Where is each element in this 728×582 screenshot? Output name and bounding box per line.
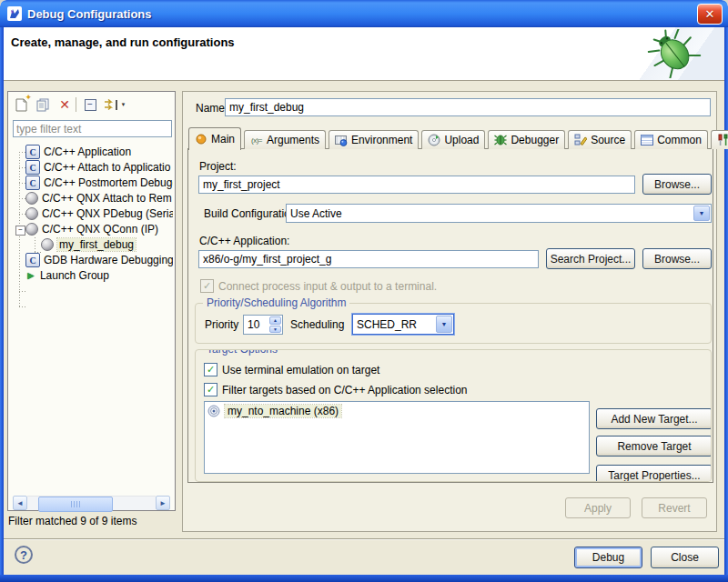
filter-launch-configurations-button[interactable]: ▼: [101, 96, 128, 113]
tab-upload[interactable]: Upload: [421, 130, 485, 149]
priority-scheduling-group: Priority/Scheduling Algorithm Priority 1…: [195, 303, 712, 344]
scheduling-select[interactable]: SCHED_RR ▼: [352, 314, 454, 335]
spin-up-icon[interactable]: ▲: [269, 316, 281, 325]
spin-down-icon[interactable]: ▼: [269, 326, 281, 334]
application-browse-button[interactable]: Browse...: [642, 248, 712, 269]
app-icon[interactable]: [7, 6, 22, 21]
terminal-emulation-checkbox[interactable]: ✓: [204, 363, 217, 376]
tree-item-gdb-hardware[interactable]: C GDB Hardware Debugging: [25, 253, 173, 267]
tree-item-launch-group[interactable]: ► Launch Group: [25, 268, 173, 283]
c-application-icon: C: [25, 253, 40, 267]
tab-arguments[interactable]: (x)= Arguments: [244, 130, 326, 149]
name-input[interactable]: [225, 98, 711, 116]
window-border-bottom: [0, 575, 728, 582]
collapse-expander-icon[interactable]: −: [15, 226, 25, 236]
delete-configuration-button[interactable]: ✕: [56, 96, 74, 113]
qnx-launch-icon: [25, 192, 38, 205]
target-properties-button[interactable]: Target Properties...: [596, 465, 712, 482]
add-new-target-button[interactable]: Add New Target...: [596, 408, 712, 429]
collapse-all-icon: −: [85, 99, 96, 111]
new-configuration-button[interactable]: ✦: [12, 96, 30, 113]
tree-connector: [19, 167, 25, 168]
terminal-emulation-label: Use terminal emulation on target: [222, 364, 379, 376]
tree-horizontal-scrollbar[interactable]: ◄ ►: [13, 496, 170, 510]
tree-connector: [19, 183, 25, 184]
build-configuration-label: Build Configuration: [204, 207, 296, 220]
priority-group-title: Priority/Scheduling Algorithm: [203, 296, 349, 309]
filter-icon: [104, 99, 119, 111]
chevron-down-icon[interactable]: ▼: [693, 206, 710, 221]
tree-item-cpp-application[interactable]: C C/C++ Application: [25, 145, 173, 159]
priority-label: Priority: [205, 318, 238, 331]
tree-connector: [19, 214, 25, 215]
tree-connector: [19, 198, 25, 199]
priority-spinner[interactable]: 10 ▲ ▼: [243, 315, 283, 335]
filter-input[interactable]: [13, 120, 172, 137]
close-button[interactable]: ✕: [697, 4, 723, 25]
help-button[interactable]: ?: [15, 546, 33, 564]
remove-target-button[interactable]: Remove Target: [596, 436, 712, 457]
close-dialog-button[interactable]: Close: [651, 547, 719, 568]
common-tab-icon: [641, 134, 653, 146]
tree-item-cpp-attach[interactable]: C C/C++ Attach to Applicatio: [25, 160, 173, 175]
tree-item-my-first-debug[interactable]: my_first_debug: [41, 237, 173, 252]
config-editor-panel: Name: Main (x)= Arguments Environment: [182, 91, 717, 532]
project-browse-button[interactable]: Browse...: [642, 174, 712, 195]
scrollbar-track[interactable]: [27, 496, 156, 510]
scroll-left-icon[interactable]: ◄: [13, 496, 27, 510]
target-options-group: Target Options ✓ Use terminal emulation …: [195, 349, 712, 482]
tab-environment[interactable]: Environment: [329, 130, 419, 149]
duplicate-configuration-button[interactable]: [34, 96, 52, 113]
arguments-tab-icon: (x)=: [250, 134, 263, 146]
project-input[interactable]: [198, 176, 635, 194]
qnx-launch-icon: [25, 223, 38, 236]
tree-item-cpp-postmortem[interactable]: C C/C++ Postmortem Debugg: [25, 176, 173, 190]
tree-connector: [19, 291, 25, 292]
chevron-down-icon[interactable]: ▼: [436, 316, 452, 333]
target-group-title: Target Options: [203, 349, 281, 356]
filter-targets-checkbox[interactable]: ✓: [204, 383, 217, 396]
debug-configurations-dialog: Debug Configurations ✕ Create, manage, a…: [0, 0, 728, 582]
cpp-application-label: C/C++ Application:: [199, 235, 289, 247]
scheduling-label: Scheduling: [290, 318, 344, 331]
toolbar-separator: [76, 97, 76, 112]
target-list[interactable]: my_nto_machine (x86): [204, 401, 590, 474]
tools-tab-icon: [717, 134, 728, 146]
tab-main[interactable]: Main: [188, 127, 241, 150]
button-bar-separator: [4, 538, 724, 539]
apply-button: Apply: [565, 497, 631, 518]
check-icon: ✓: [207, 384, 215, 396]
tab-source[interactable]: Source: [568, 130, 632, 149]
tab-tools[interactable]: Tools: [711, 130, 728, 149]
titlebar[interactable]: Debug Configurations ✕: [0, 0, 728, 27]
window-title: Debug Configurations: [27, 7, 152, 21]
debug-bug-image: [641, 29, 708, 78]
check-icon: ✓: [207, 364, 215, 376]
tree-connector: [19, 152, 25, 153]
cpp-application-input[interactable]: [198, 250, 539, 268]
tab-debugger[interactable]: Debugger: [488, 130, 565, 149]
debug-button[interactable]: Debug: [574, 547, 642, 568]
tree-item-qnx-attach[interactable]: C/C++ QNX Attach to Rem: [25, 191, 173, 206]
configurations-panel: ✦ ✕ − ▼ C C/C++ Application: [7, 91, 176, 511]
scroll-right-icon[interactable]: ►: [156, 496, 170, 510]
scrollbar-thumb[interactable]: [38, 497, 113, 512]
target-list-item[interactable]: my_nto_machine (x86): [207, 405, 341, 417]
target-icon: [207, 405, 220, 417]
banner-heading: Create, manage, and run configurations: [11, 35, 235, 49]
revert-button: Revert: [642, 497, 707, 518]
collapse-all-button[interactable]: −: [81, 96, 99, 113]
connect-terminal-label: Connect process input & output to a term…: [218, 280, 437, 293]
qnx-launch-icon: [25, 207, 38, 220]
tab-common[interactable]: Common: [634, 130, 708, 149]
filter-menu-caret-icon: ▼: [121, 102, 126, 107]
filter-status: Filter matched 9 of 9 items: [8, 515, 136, 527]
help-icon: ?: [20, 548, 27, 562]
c-application-icon: C: [25, 145, 40, 159]
tree-connector: [35, 237, 35, 252]
tree-item-qnx-qconn[interactable]: C/C++ QNX QConn (IP): [25, 222, 173, 236]
tree-item-qnx-pdebug[interactable]: C/C++ QNX PDebug (Seria: [25, 206, 173, 221]
source-tab-icon: [574, 134, 587, 146]
search-project-button[interactable]: Search Project...: [546, 248, 635, 269]
build-configuration-select[interactable]: Use Active ▼: [286, 204, 712, 223]
